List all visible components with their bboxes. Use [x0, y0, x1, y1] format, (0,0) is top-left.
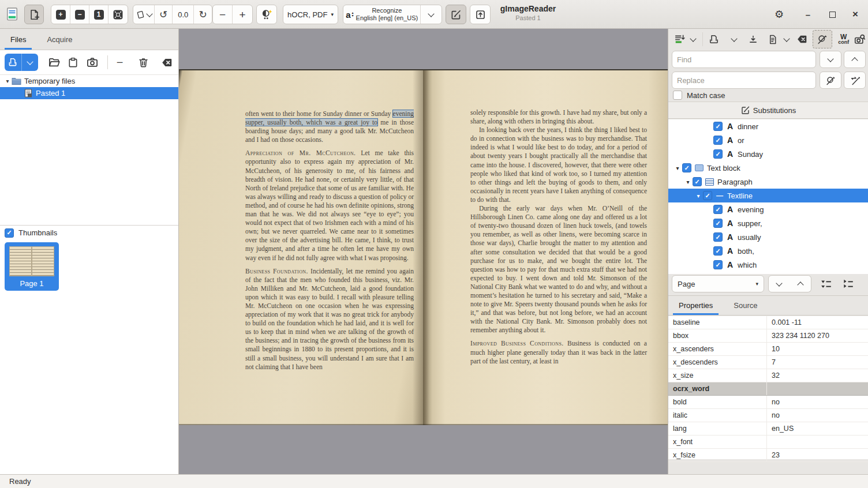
page-thumbnail[interactable]: Page 1	[5, 242, 59, 291]
toggle-output-pane-button[interactable]	[446, 5, 466, 24]
zoom-out-button[interactable]: −	[70, 5, 89, 24]
expander-icon[interactable]: ▾	[694, 193, 703, 199]
item-checkbox[interactable]: ✓	[713, 136, 723, 145]
expander-icon[interactable]: ▾	[683, 179, 693, 185]
page-select[interactable]: Page ▾	[672, 275, 764, 292]
delete-source-button[interactable]	[136, 54, 151, 71]
tree-item-both[interactable]: ✓Aboth,	[668, 244, 868, 258]
substitutions-button[interactable]: Substitutions	[668, 102, 868, 119]
pasted-file-row[interactable]: Pasted 1	[0, 87, 178, 99]
replace-all-button[interactable]	[844, 72, 866, 89]
property-row-x_ascenders[interactable]: x_ascenders10	[668, 343, 868, 356]
previous-item-button[interactable]	[790, 275, 811, 292]
tree-item-evening[interactable]: ✓Aevening	[668, 202, 868, 216]
open-hocr-dropdown[interactable]	[729, 38, 739, 41]
match-case-checkbox[interactable]	[673, 91, 682, 100]
find-input[interactable]	[672, 51, 816, 68]
item-checkbox[interactable]: ✓	[703, 191, 712, 200]
property-row-italic[interactable]: italicno	[668, 409, 868, 422]
maximize-button[interactable]	[825, 7, 839, 21]
rotation-angle-spinner[interactable]: 0.0	[173, 5, 194, 24]
tree-item-or[interactable]: ✓Aor	[668, 133, 868, 147]
tree-item-textline[interactable]: ▾✓—Textline	[668, 189, 868, 202]
property-row-bbox[interactable]: bbox323 234 1120 270	[668, 329, 868, 343]
scanned-document[interactable]: often went to their home for Sunday dinn…	[179, 69, 668, 425]
find-replace-toggle[interactable]	[813, 30, 832, 48]
find-previous-button[interactable]	[844, 51, 866, 68]
insert-mode-dropdown[interactable]	[689, 38, 698, 41]
property-row-x_size[interactable]: x_size32	[668, 369, 868, 382]
property-row-ocrx_word[interactable]: ocrx_word	[668, 382, 868, 396]
clear-sources-button[interactable]	[159, 54, 175, 71]
tab-files[interactable]: Files	[0, 29, 36, 50]
remove-source-button[interactable]: −	[112, 54, 128, 71]
save-hocr-button[interactable]	[746, 31, 761, 48]
screenshot-button[interactable]	[84, 54, 100, 71]
selected-textline-highlight[interactable]: evening supper, usually both, which was …	[245, 110, 414, 126]
next-item-button[interactable]	[768, 275, 790, 292]
tree-item-sunday[interactable]: ✓ASunday	[668, 147, 868, 161]
add-images-dropdown[interactable]	[21, 54, 39, 71]
collapse-all-button[interactable]	[838, 275, 858, 292]
zoom-fit-button[interactable]	[108, 5, 128, 24]
property-row-x_font[interactable]: x_font	[668, 436, 868, 449]
property-row-baseline[interactable]: baseline0.001 -11	[668, 316, 868, 329]
property-row-lang[interactable]: langen_US	[668, 422, 868, 436]
expander-icon[interactable]: ▾	[673, 165, 682, 171]
preview-button[interactable]	[852, 31, 867, 48]
rotate-right-button[interactable]: ↻	[194, 5, 212, 24]
expand-all-button[interactable]	[816, 275, 836, 292]
item-checkbox[interactable]: ✓	[713, 205, 723, 214]
tree-item-supper[interactable]: ✓Asupper,	[668, 216, 868, 230]
insert-mode-button[interactable]	[673, 31, 687, 48]
open-folder-button[interactable]	[46, 54, 62, 71]
zoom-in-button[interactable]: +	[51, 5, 70, 24]
property-row-x_descenders[interactable]: x_descenders7	[668, 356, 868, 369]
add-page-button[interactable]	[24, 5, 44, 24]
recognize-dropdown[interactable]	[421, 5, 442, 24]
thumbnails-checkbox[interactable]: ✓	[5, 228, 14, 238]
image-canvas[interactable]: often went to their home for Sunday dinn…	[179, 29, 668, 474]
minimize-button[interactable]: –	[801, 7, 815, 21]
tree-item-usually[interactable]: ✓Ausually	[668, 230, 868, 244]
minus-button[interactable]: −	[213, 5, 233, 24]
close-button[interactable]: ×	[848, 7, 862, 21]
clear-output-button[interactable]	[795, 31, 809, 48]
rotate-left-button[interactable]: ↺	[155, 5, 173, 24]
tree-item-textblock[interactable]: ▾✓Text block	[668, 161, 868, 175]
tab-source[interactable]: Source	[723, 296, 768, 315]
replace-input[interactable]	[672, 72, 816, 89]
settings-button[interactable]: ⚙	[772, 7, 786, 21]
recognize-button[interactable]: a ▴▾ Recognize English [eng] (en_US)	[343, 5, 421, 24]
find-next-button[interactable]	[820, 51, 841, 68]
plus-button[interactable]: +	[233, 5, 252, 24]
paste-button[interactable]	[65, 54, 81, 71]
replace-button[interactable]	[820, 72, 841, 89]
item-checkbox[interactable]: ✓	[693, 177, 702, 186]
item-checkbox[interactable]: ✓	[713, 149, 723, 159]
item-checkbox[interactable]: ✓	[713, 122, 723, 131]
item-checkbox[interactable]: ✓	[713, 246, 723, 256]
item-checkbox[interactable]: ✓	[713, 260, 723, 269]
zoom-original-button[interactable]: 1	[89, 5, 108, 24]
item-checkbox[interactable]: ✓	[713, 232, 723, 242]
add-images-button[interactable]	[5, 54, 21, 71]
show-confidence-toggle[interactable]: W conf	[838, 34, 849, 45]
property-row-bold[interactable]: boldno	[668, 396, 868, 409]
display-adjustments-button[interactable]	[256, 5, 277, 24]
tab-acquire[interactable]: Acquire	[36, 29, 83, 50]
tree-item-dinner[interactable]: ✓Adinner	[668, 119, 868, 133]
tree-item-which[interactable]: ✓Awhich	[668, 258, 868, 272]
rotate-mode-dropdown[interactable]	[133, 5, 155, 24]
export-document-dropdown[interactable]	[781, 38, 791, 41]
open-hocr-button[interactable]	[707, 31, 721, 48]
tab-properties[interactable]: Properties	[668, 296, 723, 315]
output-format-dropdown[interactable]: hOCR, PDF ▾	[283, 5, 338, 24]
export-button[interactable]	[470, 5, 491, 24]
item-checkbox[interactable]: ✓	[682, 163, 691, 172]
export-document-button[interactable]	[766, 31, 780, 48]
property-row-x_fsize[interactable]: x_fsize23	[668, 449, 868, 462]
temporary-files-folder-row[interactable]: ▾ Temporary files	[0, 75, 178, 87]
item-checkbox[interactable]: ✓	[713, 219, 723, 228]
tree-item-paragraph[interactable]: ▾✓Paragraph	[668, 175, 868, 189]
